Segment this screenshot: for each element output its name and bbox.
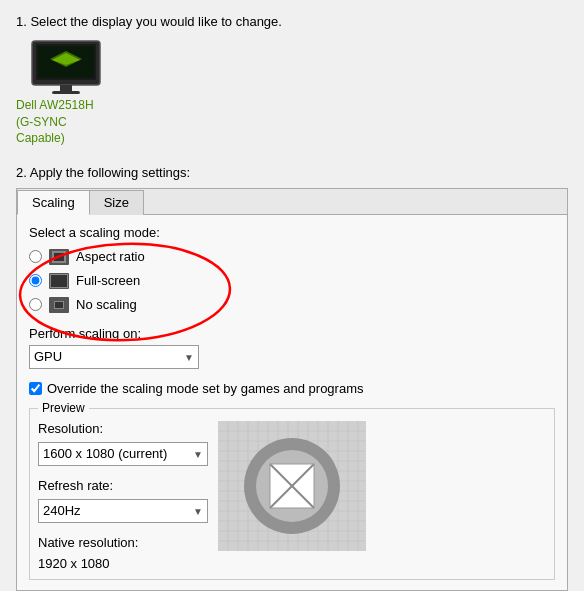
aspect-ratio-icon: [48, 248, 70, 266]
monitor-name: Dell AW2518H (G-SYNC Capable): [16, 97, 116, 147]
scaling-mode-group: Aspect ratio Full-screen No scaling: [29, 248, 555, 314]
radio-aspect-ratio[interactable]: Aspect ratio: [29, 248, 555, 266]
refresh-rate-select[interactable]: 240Hz 144Hz 60Hz: [43, 503, 203, 518]
resolution-select[interactable]: 1600 x 1080 (current) 1920 x 1080 1280 x…: [43, 446, 203, 461]
svg-rect-13: [51, 275, 67, 287]
svg-rect-5: [60, 85, 72, 91]
fullscreen-icon: [48, 272, 70, 290]
aspect-ratio-label: Aspect ratio: [76, 249, 145, 264]
native-res-label: Native resolution:: [38, 535, 208, 550]
radio-fullscreen-input[interactable]: [29, 274, 42, 287]
svg-rect-16: [55, 302, 63, 308]
radio-aspect-input[interactable]: [29, 250, 42, 263]
monitor-preview-graphic: [218, 421, 366, 551]
override-checkbox-row[interactable]: Override the scaling mode set by games a…: [29, 381, 555, 396]
refresh-rate-dropdown[interactable]: 240Hz 144Hz 60Hz ▼: [38, 499, 208, 523]
no-scaling-icon: [48, 296, 70, 314]
step2-label: 2. Apply the following settings:: [16, 165, 568, 180]
preview-controls: Resolution: 1600 x 1080 (current) 1920 x…: [38, 421, 208, 571]
preview-legend: Preview: [38, 401, 89, 415]
resolution-dropdown[interactable]: 1600 x 1080 (current) 1920 x 1080 1280 x…: [38, 442, 208, 466]
tab-size[interactable]: Size: [89, 190, 144, 215]
preview-section: Preview Resolution: 1600 x 1080 (current…: [29, 408, 555, 580]
perform-scaling-select[interactable]: GPU Display No scaling: [34, 349, 194, 364]
tab-content-scaling: Select a scaling mode: Aspect ratio: [17, 215, 567, 590]
tab-bar: Scaling Size: [17, 189, 567, 215]
radio-noscaling-input[interactable]: [29, 298, 42, 311]
step1-label: 1. Select the display you would like to …: [16, 14, 568, 29]
settings-panel: Scaling Size Select a scaling mode: Aspe…: [16, 188, 568, 591]
radio-no-scaling[interactable]: No scaling: [29, 296, 555, 314]
monitor-icon: [30, 39, 102, 97]
refresh-rate-label: Refresh rate:: [38, 478, 208, 493]
perform-scaling-label: Perform scaling on:: [29, 326, 555, 341]
svg-rect-10: [54, 253, 64, 261]
perform-scaling-dropdown[interactable]: GPU Display No scaling ▼: [29, 345, 199, 369]
monitor-container: Dell AW2518H (G-SYNC Capable): [16, 39, 116, 147]
override-checkbox[interactable]: [29, 382, 42, 395]
fullscreen-label: Full-screen: [76, 273, 140, 288]
tab-scaling[interactable]: Scaling: [17, 190, 90, 215]
resolution-label: Resolution:: [38, 421, 208, 436]
radio-fullscreen[interactable]: Full-screen: [29, 272, 555, 290]
no-scaling-label: No scaling: [76, 297, 137, 312]
native-res-value: 1920 x 1080: [38, 556, 208, 571]
svg-rect-6: [52, 91, 80, 94]
override-label: Override the scaling mode set by games a…: [47, 381, 364, 396]
select-mode-label: Select a scaling mode:: [29, 225, 555, 240]
